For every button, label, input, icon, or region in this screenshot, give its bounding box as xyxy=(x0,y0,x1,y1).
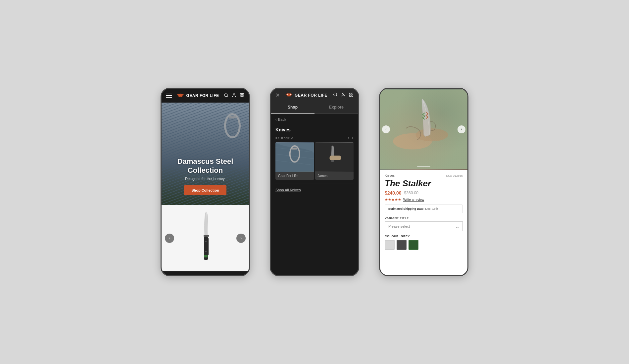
product-title: The Stalker xyxy=(385,179,463,188)
variant-select-wrapper: Please select xyxy=(385,221,463,231)
phone2-account-icon[interactable] xyxy=(341,92,346,98)
product-reviews: ★★★★★ Write a review xyxy=(385,198,463,202)
swatch-green[interactable] xyxy=(409,240,418,250)
close-icon[interactable]: ✕ xyxy=(275,92,280,98)
phone2-header-icons xyxy=(333,92,354,98)
brand-card-gear-for-life[interactable]: Gear For Life xyxy=(275,142,314,180)
svg-point-19 xyxy=(334,93,337,96)
phone1-logo-area: GEAR FOR LIFE xyxy=(177,92,219,99)
brand-divider xyxy=(275,184,354,184)
by-brand-header: BY BRAND ‹ › xyxy=(271,136,358,142)
brand-grid: Gear For Life James xyxy=(275,142,354,180)
brand-prev-icon[interactable]: ‹ xyxy=(348,136,350,140)
tab-explore[interactable]: Explore xyxy=(314,102,358,114)
section-title: Knives xyxy=(271,125,358,136)
svg-point-2 xyxy=(224,93,227,96)
variant-title-label: VARIANT TITLE xyxy=(385,216,463,220)
svg-point-17 xyxy=(287,94,288,95)
phone3-product-content: Knives SKU 012665 The Stalker $240.00 $3… xyxy=(380,170,467,254)
phone1-hero-text: Damascus Steel Collection Designed for t… xyxy=(162,157,249,195)
carousel-prev-button[interactable]: ‹ xyxy=(165,234,174,243)
phone1-header: GEAR FOR LIFE xyxy=(162,89,249,103)
svg-point-0 xyxy=(179,95,179,95)
write-review-link[interactable]: Write a review xyxy=(403,198,424,202)
phone1-product-carousel: ‹ › xyxy=(162,205,249,271)
hamburger-icon[interactable] xyxy=(166,94,172,98)
phone2-header: ✕ GEAR FOR LIFE xyxy=(271,89,358,102)
brand-card-image-2 xyxy=(315,142,354,172)
shop-all-knives-link[interactable]: Shop All Knives xyxy=(271,188,358,192)
original-price: $360.00 xyxy=(404,191,418,195)
phone1-brand-name: GEAR FOR LIFE xyxy=(186,93,219,98)
svg-rect-5 xyxy=(240,93,242,95)
svg-point-18 xyxy=(290,94,291,95)
brand-card-label-2: James xyxy=(315,172,354,180)
brand-card-image-1 xyxy=(275,142,314,172)
swatch-light-grey[interactable] xyxy=(385,240,395,250)
phone1-hero: Damascus Steel Collection Designed for t… xyxy=(162,103,249,205)
svg-rect-15 xyxy=(204,255,208,257)
card2-image xyxy=(315,142,354,172)
svg-rect-23 xyxy=(352,93,353,94)
product-knife-image xyxy=(194,208,217,268)
hero-next-button[interactable]: › xyxy=(458,125,465,133)
svg-point-14 xyxy=(205,251,207,252)
svg-rect-11 xyxy=(204,235,209,237)
phone-3: ‹ › Knives SKU 012665 The Stalker $240.0… xyxy=(379,88,468,276)
hero-prev-button[interactable]: ‹ xyxy=(382,125,390,133)
product-category: Knives xyxy=(385,174,395,177)
bison-logo-icon xyxy=(177,92,184,99)
back-chevron-icon: ‹ xyxy=(275,117,277,122)
product-prices: $240.00 $360.00 xyxy=(385,190,463,196)
phone2-bison-logo-icon xyxy=(285,92,293,98)
variant-select[interactable]: Please select xyxy=(385,221,463,231)
swatch-dark-grey[interactable] xyxy=(397,240,407,250)
svg-point-4 xyxy=(233,93,235,95)
brand-card-label-1: Gear For Life xyxy=(275,172,314,180)
hero-subtitle: Designed for the journey. xyxy=(162,177,249,181)
colour-swatches xyxy=(385,240,463,250)
shipping-date: Dec. 15th xyxy=(425,207,438,210)
hero-overlay xyxy=(380,89,467,170)
svg-rect-35 xyxy=(329,156,341,160)
svg-line-20 xyxy=(336,95,337,96)
phone1-header-icons xyxy=(224,93,244,99)
back-button[interactable]: ‹ Back xyxy=(271,114,358,125)
hero-slide-indicator xyxy=(417,166,430,167)
svg-point-21 xyxy=(343,93,344,94)
svg-rect-24 xyxy=(350,95,351,96)
svg-rect-8 xyxy=(242,96,244,97)
current-price: $240.00 xyxy=(385,190,402,196)
svg-point-13 xyxy=(205,241,207,242)
svg-rect-6 xyxy=(242,93,244,95)
phone2-brand-name: GEAR FOR LIFE xyxy=(295,93,327,98)
cart-icon[interactable] xyxy=(240,93,244,99)
svg-rect-10 xyxy=(229,116,236,118)
svg-rect-25 xyxy=(352,95,353,96)
svg-rect-31 xyxy=(292,148,297,150)
by-brand-label: BY BRAND xyxy=(275,136,293,139)
colour-label: COLOUR: GREY xyxy=(385,235,463,238)
tab-shop[interactable]: Shop xyxy=(271,102,314,114)
brand-next-icon[interactable]: › xyxy=(352,136,354,140)
phone2-search-icon[interactable] xyxy=(333,92,338,98)
svg-rect-22 xyxy=(350,93,351,94)
shipping-label: Estimated Shipping Date: xyxy=(388,207,425,210)
svg-rect-16 xyxy=(208,238,209,255)
svg-line-3 xyxy=(227,96,228,97)
phone-2: ✕ GEAR FOR LIFE xyxy=(270,88,359,276)
svg-point-1 xyxy=(182,95,182,95)
phone3-hero-image: ‹ › xyxy=(380,89,467,170)
carousel-next-button[interactable]: › xyxy=(236,234,246,243)
product-sku: SKU 012665 xyxy=(446,174,463,177)
brand-card-james[interactable]: James xyxy=(315,142,354,180)
account-icon[interactable] xyxy=(232,93,236,99)
hero-title: Damascus Steel Collection xyxy=(162,157,249,175)
shop-collection-button[interactable]: Shop Collection xyxy=(184,185,226,195)
phone2-cart-icon[interactable] xyxy=(349,92,354,98)
hero-carabiner-image xyxy=(222,113,242,139)
phone2-logo-area: GEAR FOR LIFE xyxy=(285,92,327,98)
search-icon[interactable] xyxy=(224,93,228,99)
star-rating: ★★★★★ xyxy=(385,198,401,202)
phone-1: GEAR FOR LIFE xyxy=(161,88,250,276)
